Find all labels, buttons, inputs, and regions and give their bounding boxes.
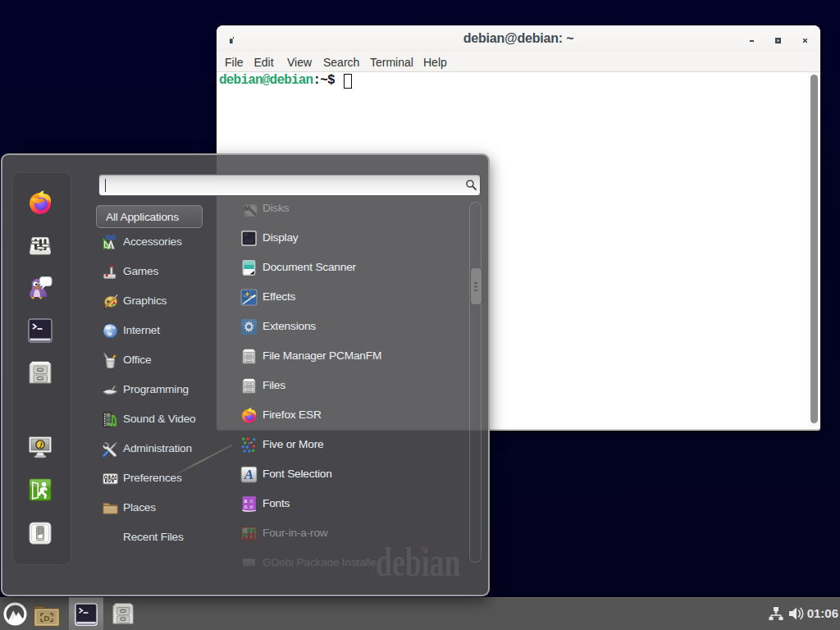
svg-text:D: D xyxy=(44,614,50,623)
svg-text:a: a xyxy=(250,503,253,510)
svg-text:A: A xyxy=(244,467,253,482)
